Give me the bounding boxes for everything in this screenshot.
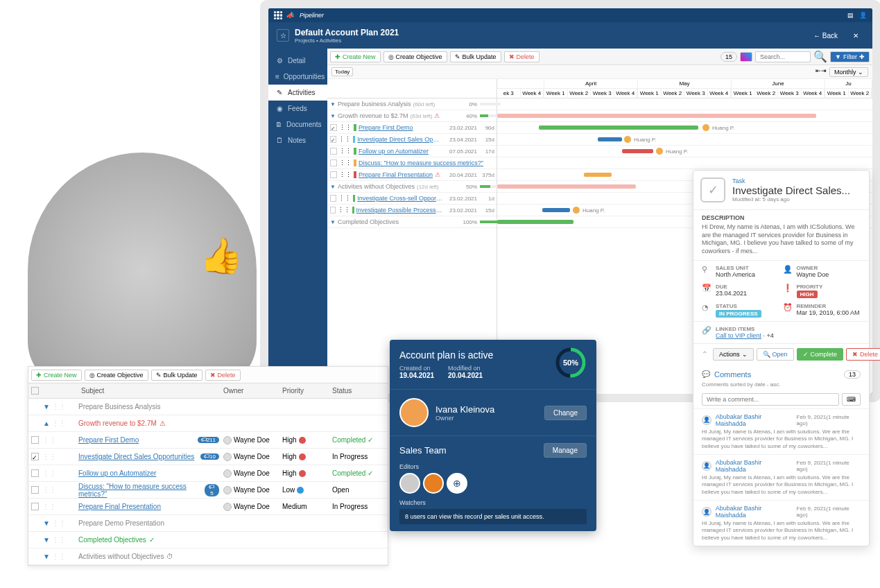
task-link[interactable]: Discuss: "How to measure success metrics… [78,483,202,498]
actions-menu[interactable]: Actions ⌄ [713,348,754,361]
drag-handle[interactable]: ⋮⋮ [52,403,66,410]
manage-team-button[interactable]: Manage [544,443,587,458]
expand-caret[interactable]: ▲ [42,420,51,427]
table-row[interactable]: ⋮⋮Discuss: "How to measure success metri… [28,482,388,499]
color-picker[interactable] [740,52,752,62]
table-row[interactable]: ⋮⋮Prepare Final PresentationWayne DoeMed… [28,499,388,515]
task-checkbox[interactable] [330,195,336,202]
task-checkbox[interactable] [330,207,336,214]
drag-handle[interactable]: ⋮⋮ [338,207,350,214]
bulk-update-button[interactable]: ✎ Bulk Update [450,51,501,62]
delete-task-button[interactable]: ✖ Delete [846,348,880,361]
task-name[interactable]: Follow up on Automatizer [359,148,429,155]
drag-handle[interactable]: ⋮⋮ [338,195,351,202]
table-row[interactable]: ⋮⋮Prepare First Demo🏷211Wayne DoeHigh Co… [28,432,388,449]
drag-handle[interactable]: ⋮⋮ [42,453,56,460]
monthly-select[interactable]: Monthly ⌄ [829,67,868,77]
row-checkbox[interactable] [31,503,39,510]
select-all-checkbox[interactable] [31,387,39,395]
row-checkbox[interactable] [31,436,39,444]
table-row[interactable]: ▲⋮⋮Growth revenue to $2.7M ⚠ [28,415,388,432]
expand-caret[interactable]: ▼ [330,113,336,119]
bt-create-objective[interactable]: ◎ Create Objective [85,370,148,381]
row-checkbox[interactable] [31,469,39,477]
expand-caret[interactable]: ▼ [330,219,336,225]
collapse-icon[interactable]: ⇤⇥ [816,67,827,77]
task-link[interactable]: Prepare First Demo [78,436,139,444]
task-name[interactable]: Investigate Possible Process Improvement… [356,207,442,214]
search-input[interactable] [755,51,811,62]
sidebar-item-detail[interactable]: ⚙Detail [268,53,327,69]
task-name[interactable]: Investigate Cross-sell Opportunities [357,195,442,202]
bt-bulk-update[interactable]: ✎ Bulk Update [151,370,202,381]
drag-handle[interactable]: ⋮⋮ [52,553,66,560]
row-checkbox[interactable] [31,486,39,494]
sidebar-item-notes[interactable]: 🗒Notes [268,132,327,148]
expand-caret[interactable]: ▼ [330,184,336,190]
editor-avatar[interactable] [423,473,444,494]
drag-handle[interactable]: ⋮⋮ [42,503,56,510]
close-button[interactable]: ✕ [847,29,864,42]
expand-caret[interactable]: ▼ [42,519,51,527]
comment-input[interactable] [702,393,839,406]
apps-grid-icon[interactable] [274,11,282,19]
drag-handle[interactable]: ⋮⋮ [42,436,56,444]
open-button[interactable]: 🔍 Open [757,348,794,361]
drag-handle[interactable]: ⋮⋮ [42,469,56,477]
expand-caret[interactable]: ▼ [42,403,51,410]
drag-handle[interactable]: ⋮⋮ [339,159,352,166]
task-check-icon[interactable]: ✓ [700,178,725,202]
task-link[interactable]: Prepare Final Presentation [78,503,161,510]
sidebar-item-documents[interactable]: 🗎Documents [268,116,327,132]
drag-handle[interactable]: ⋮⋮ [338,136,351,143]
task-checkbox[interactable] [330,136,336,143]
announce-icon[interactable]: 📣 [286,12,294,19]
drag-handle[interactable]: ⋮⋮ [52,420,66,427]
drag-handle[interactable]: ⋮⋮ [339,171,352,178]
drag-handle[interactable]: ⋮⋮ [42,486,56,494]
task-checkbox[interactable] [330,124,337,131]
task-name[interactable]: Prepare Final Presentation [359,171,433,178]
today-button[interactable]: Today [331,67,353,76]
expand-caret[interactable]: ▼ [42,536,51,544]
editor-avatar[interactable] [399,473,420,494]
task-link[interactable]: Investigate Direct Sales Opportunities [78,453,194,460]
search-icon[interactable]: 🔍 [813,50,827,63]
task-name[interactable]: Discuss: "How to measure success metrics… [359,159,483,166]
sidebar-item-activities[interactable]: ✎Activities [268,85,327,101]
task-name[interactable]: Prepare First Demo [359,124,413,131]
task-checkbox[interactable] [330,159,337,166]
drag-handle[interactable]: ⋮⋮ [339,124,352,131]
create-new-button[interactable]: ✚ Create New [330,51,381,62]
sidebar-item-opportunities[interactable]: ≡Opportunities [268,69,327,85]
comment-author[interactable]: Abubakar Bashir Maishadda [716,505,793,519]
expand-caret[interactable]: ▼ [42,553,51,560]
add-editor-button[interactable]: ⊕ [447,473,467,494]
comment-author[interactable]: Abubakar Bashir Maishadda [716,459,793,473]
table-row[interactable]: ▼⋮⋮Completed Objectives ✓ [28,532,388,548]
task-link[interactable]: Follow up on Automatizer [78,469,156,477]
table-row[interactable]: ⋮⋮Follow up on AutomatizerWayne DoeHigh … [28,465,388,482]
drag-handle[interactable]: ⋮⋮ [52,536,66,544]
task-checkbox[interactable] [330,148,337,155]
task-checkbox[interactable] [330,171,337,178]
complete-button[interactable]: ✓ Complete [797,348,844,361]
drag-handle[interactable]: ⋮⋮ [52,519,66,527]
send-button[interactable]: ⌨ [842,393,861,406]
bt-delete[interactable]: ✖ Delete [205,370,241,381]
expand-caret[interactable]: ▼ [330,101,336,107]
row-checkbox[interactable] [31,453,39,460]
filter-button[interactable]: ▼ Filter ✚ [830,51,870,62]
table-row[interactable]: ▼⋮⋮Prepare Demo Presentation [28,515,388,532]
collapse-caret[interactable]: ⌃ [702,350,707,358]
back-button[interactable]: ← Back [808,29,843,42]
delete-button[interactable]: ✖ Delete [504,51,540,62]
sidebar-item-feeds[interactable]: ◉Feeds [268,101,327,116]
user-icon[interactable]: 👤 [859,12,867,19]
table-row[interactable]: ⋮⋮Investigate Direct Sales Opportunities… [28,449,388,465]
drag-handle[interactable]: ⋮⋮ [339,148,352,155]
bt-create-new[interactable]: ✚ Create New [31,370,82,381]
create-objective-button[interactable]: ◎ Create Objective [383,51,447,62]
table-row[interactable]: ▼⋮⋮Activities without Objectives ⏱ [28,548,388,565]
comment-author[interactable]: Abubakar Bashir Maishadda [716,413,793,427]
